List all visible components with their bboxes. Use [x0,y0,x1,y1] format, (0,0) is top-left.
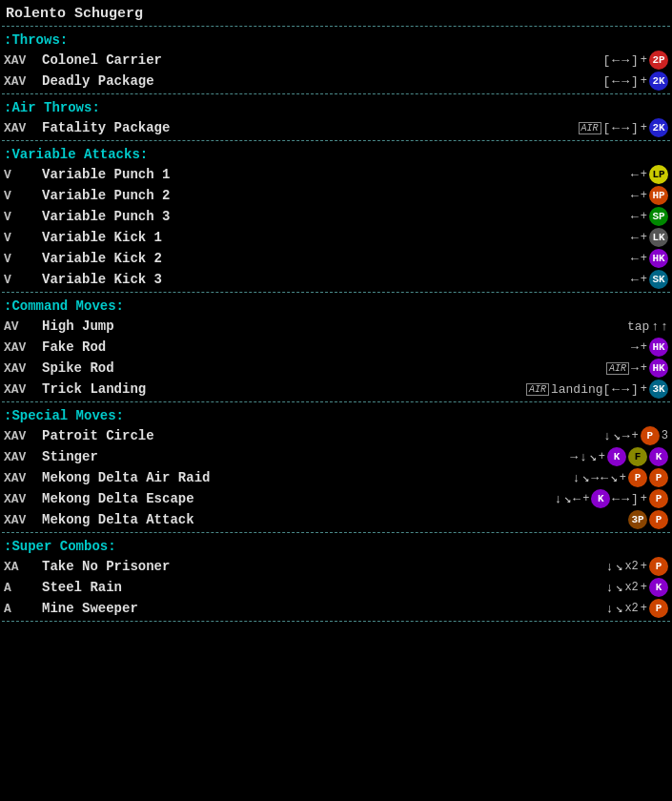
move-row: XAV Fake Rod → + HK [2,337,670,358]
move-row: V Variable Punch 1 ← + LP [2,164,670,185]
move-row: XAV Mekong Delta Air Raid ↓ ↘ → ← ↘ + P … [2,467,670,488]
move-row: XAV Stinger → ↓ ↘ + K F K [2,446,670,467]
divider [2,93,670,94]
bottom-divider [2,621,670,622]
section-air-throws-header: :Air Throws: [2,96,670,117]
move-row: XA Take No Prisoner ↓ ↘ x2 + P [2,556,670,577]
move-row: XAV Colonel Carrier [ ← → ] + 2P [2,50,670,71]
section-command-header: :Command Moves: [2,295,670,316]
move-row: XAV Patroit Circle ↓ ↘ → + P 3 [2,425,670,446]
divider [2,532,670,533]
move-row: V Variable Punch 2 ← + HP [2,185,670,206]
move-row: V Variable Kick 3 ← + SK [2,269,670,290]
divider [2,140,670,141]
move-row: AV High Jump tap ↑ ↑ [2,316,670,337]
move-row: A Steel Rain ↓ ↘ x2 + K [2,577,670,598]
move-row: XAV Deadly Package [ ← → ] + 2K [2,71,670,92]
page-title: Rolento Schugerg [2,4,670,24]
top-divider [2,26,670,27]
move-row: XAV Trick Landing AIR landing[ ← → ] + 3… [2,379,670,400]
page: Rolento Schugerg :Throws: XAV Colonel Ca… [0,0,672,627]
move-row: XAV Mekong Delta Attack 3P P [2,509,670,530]
section-variable-header: :Variable Attacks: [2,143,670,164]
section-super-header: :Super Combos: [2,535,670,556]
move-row: XAV Mekong Delta Escape ↓ ↘ ← + K ← → ] … [2,488,670,509]
move-row: XAV Spike Rod AIR → + HK [2,358,670,379]
move-row: XAV Fatality Package AIR [ ← → ] + 2K [2,117,670,138]
divider [2,401,670,402]
divider [2,292,670,293]
move-row: V Variable Kick 2 ← + HK [2,248,670,269]
move-row: V Variable Punch 3 ← + SP [2,206,670,227]
move-row: A Mine Sweeper ↓ ↘ x2 + P [2,598,670,619]
section-special-header: :Special Moves: [2,404,670,425]
section-throws-header: :Throws: [2,29,670,50]
move-row: V Variable Kick 1 ← + LK [2,227,670,248]
